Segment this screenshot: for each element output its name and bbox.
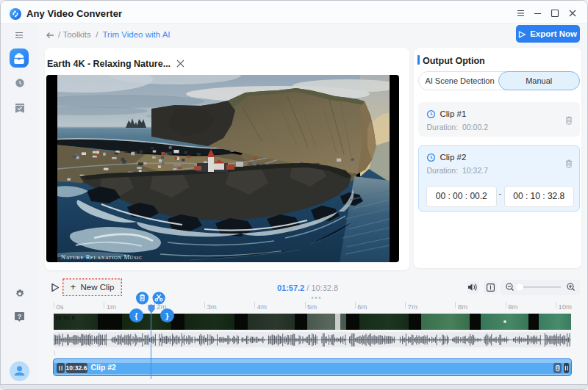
- svg-text:?: ?: [18, 313, 22, 320]
- svg-text:{: {: [135, 311, 138, 320]
- svg-text:NATURE RELAXATION MUSIC: NATURE RELAXATION MUSIC: [61, 253, 143, 261]
- svg-text:}: }: [165, 311, 169, 320]
